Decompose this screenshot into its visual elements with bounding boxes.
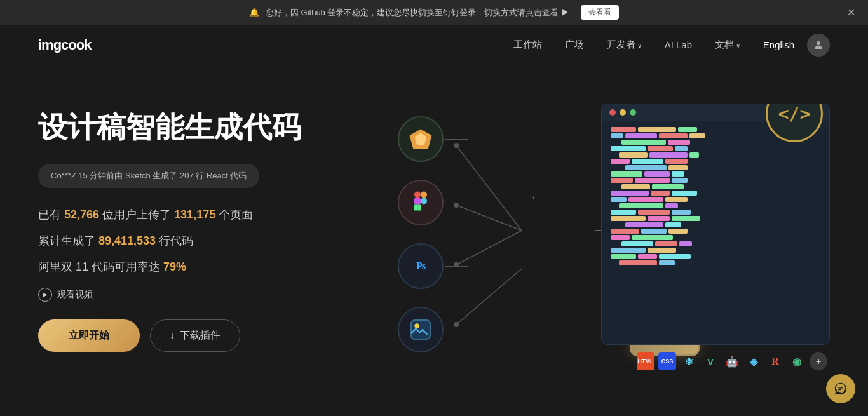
download-label: 下载插件 <box>180 329 220 342</box>
android-icon: 🤖 <box>723 352 741 370</box>
logo[interactable]: imgcook <box>38 37 91 53</box>
svg-point-15 <box>421 198 427 205</box>
user-avatar[interactable] <box>807 34 830 57</box>
dot-yellow <box>620 109 626 116</box>
stat-rate: 79% <box>163 260 186 273</box>
more-icon: + <box>810 352 827 370</box>
nav-link-plaza[interactable]: 广场 <box>565 39 584 50</box>
svg-point-18 <box>414 323 419 328</box>
play-icon: ▶ <box>38 288 52 302</box>
other-icon1: ◉ <box>788 352 806 370</box>
speaker-icon: 🔔 <box>249 8 259 17</box>
svg-line-1 <box>456 145 522 231</box>
stats-section: 已有 52,766 位用户上传了 131,175 个页面 累计生成了 89,41… <box>38 206 385 276</box>
figma-icon <box>398 180 444 225</box>
nav-item-ailab[interactable]: AI Lab <box>665 39 692 51</box>
nav-item-plaza[interactable]: 广场 <box>565 39 584 51</box>
banner-text: 您好，因 Github 登录不稳定，建议您尽快切换至钉钉登录，切换方式请点击查看… <box>266 7 569 18</box>
stat-users: 52,766 <box>64 208 99 221</box>
banner-cta-button[interactable]: 去看看 <box>581 5 619 20</box>
top-banner: 🔔 您好，因 Github 登录不稳定，建议您尽快切换至钉钉登录，切换方式请点击… <box>0 0 868 25</box>
react-icon: ⚛ <box>680 352 698 370</box>
code-editor: </> <box>601 104 830 345</box>
design-tool-icons: Ps <box>398 116 444 352</box>
svg-line-2 <box>456 205 522 231</box>
hero-buttons: 立即开始 ↓ 下载插件 <box>38 319 385 352</box>
hero-left: 设计稿智能生成代码 Co***Z 15 分钟前由 Sketch 生成了 207 … <box>38 104 385 352</box>
nav-item-language[interactable]: English <box>763 39 794 51</box>
nav-link-developer[interactable]: 开发者 <box>607 39 642 50</box>
navbar: imgcook 工作站 广场 开发者 AI Lab 文档 English <box>0 25 868 65</box>
svg-point-6 <box>454 203 459 208</box>
svg-rect-12 <box>414 192 421 198</box>
image-icon <box>398 307 444 352</box>
editor-body <box>602 121 829 273</box>
nav-link-workstation[interactable]: 工作站 <box>513 39 542 50</box>
svg-rect-16 <box>414 205 421 211</box>
flutter-icon: ◈ <box>745 352 763 370</box>
hero-illustration: Ps imgcook <box>385 104 830 408</box>
hero-title: 设计稿智能生成代码 <box>38 110 385 145</box>
download-button[interactable]: ↓ 下载插件 <box>150 319 240 352</box>
css-icon: CSS <box>658 352 676 370</box>
svg-line-3 <box>456 231 522 265</box>
svg-point-5 <box>454 143 459 148</box>
activity-pill: Co***Z 15 分钟前由 Sketch 生成了 207 行 React 代码 <box>38 164 259 188</box>
stat-line-3: 阿里双 11 代码可用率达 79% <box>38 258 385 276</box>
rn-icon: R <box>766 352 784 370</box>
nav-link-language[interactable]: English <box>763 39 794 50</box>
nav-item-docs[interactable]: 文档 <box>715 39 740 51</box>
svg-point-8 <box>454 322 459 327</box>
photoshop-icon: Ps <box>398 243 444 289</box>
nav-link-ailab[interactable]: AI Lab <box>665 39 692 50</box>
watch-video-label: 观看视频 <box>57 289 93 300</box>
nav-item-workstation[interactable]: 工作站 <box>513 39 542 51</box>
stat-line-2: 累计生成了 89,411,533 行代码 <box>38 232 385 250</box>
nav-links: 工作站 广场 开发者 AI Lab 文档 English <box>513 39 794 51</box>
close-icon[interactable]: ✕ <box>847 6 855 18</box>
nav-item-developer[interactable]: 开发者 <box>607 39 642 51</box>
download-icon: ↓ <box>170 330 175 341</box>
dot-green <box>630 109 636 116</box>
start-button[interactable]: 立即开始 <box>38 319 140 352</box>
svg-rect-13 <box>421 192 427 198</box>
watch-video-button[interactable]: ▶ 观看视频 <box>38 288 385 302</box>
tech-icons-row: HTML CSS ⚛ V 🤖 ◈ R ◉ + <box>637 352 827 370</box>
svg-rect-14 <box>414 198 421 205</box>
svg-line-4 <box>456 269 522 325</box>
stat-pages: 131,175 <box>174 208 215 221</box>
stat-line-1: 已有 52,766 位用户上传了 131,175 个页面 <box>38 206 385 224</box>
stat-lines: 89,411,533 <box>98 234 156 247</box>
chat-bubble-button[interactable] <box>826 374 855 403</box>
svg-point-0 <box>817 41 820 45</box>
html-icon: HTML <box>637 352 654 370</box>
sketch-icon <box>398 116 444 162</box>
nav-link-docs[interactable]: 文档 <box>715 39 740 50</box>
vue-icon: V <box>702 352 719 370</box>
hero-section: 设计稿智能生成代码 Co***Z 15 分钟前由 Sketch 生成了 207 … <box>0 65 868 408</box>
dot-red <box>609 109 616 116</box>
